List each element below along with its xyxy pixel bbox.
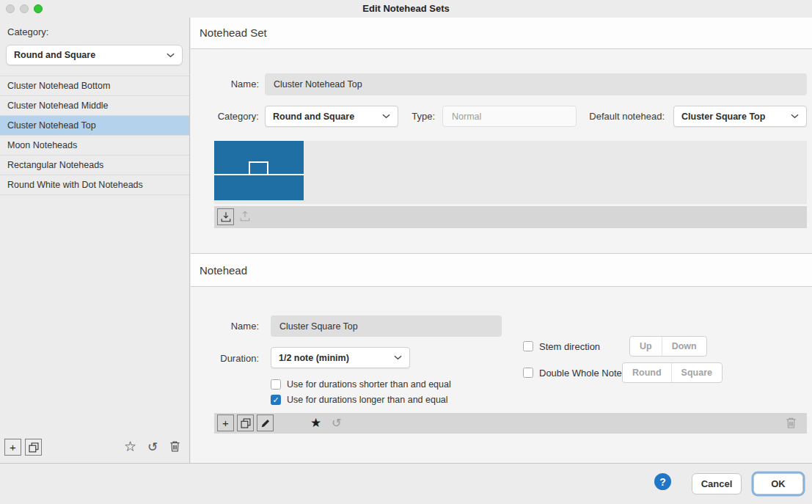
chevron-down-icon <box>394 355 402 360</box>
set-type-value: Normal <box>452 112 481 122</box>
duplicate-icon <box>29 442 39 453</box>
list-item-moon-noteheads[interactable]: Moon Noteheads <box>0 136 189 156</box>
close-button[interactable] <box>6 4 15 13</box>
use-longer-label: Use for durations longer than and equal <box>287 394 448 406</box>
star-outline-icon: ☆ <box>124 439 136 454</box>
cluster-square-shape <box>249 161 268 175</box>
question-mark-icon: ? <box>659 476 666 488</box>
double-whole-note-label: Double Whole Note <box>539 368 622 379</box>
double-whole-note-checkbox[interactable] <box>523 368 533 378</box>
reset-set-button[interactable]: ↺ <box>147 439 158 456</box>
dialog-footer: ? Cancel OK <box>0 463 812 504</box>
duration-dropdown[interactable]: 1/2 note (minim) <box>271 347 410 368</box>
set-type-field: Normal <box>442 106 577 127</box>
import-notehead-button[interactable] <box>217 208 234 225</box>
notehead-set-section-title: Notehead Set <box>191 18 812 48</box>
sidebar-category-dropdown[interactable]: Round and Square <box>6 45 183 65</box>
list-item-label: Round White with Dot Noteheads <box>7 180 143 190</box>
notehead-set-section-body: Name: Cluster Notehead Top Category: Rou… <box>191 49 812 253</box>
trash-icon <box>786 417 797 429</box>
notehead-section-title: Notehead <box>191 254 812 287</box>
help-button[interactable]: ? <box>654 473 671 490</box>
default-notehead-label: Default notehead: <box>579 111 665 123</box>
zoom-button[interactable] <box>34 4 43 13</box>
notehead-set-list: Cluster Notehead Bottom Cluster Notehead… <box>0 76 189 195</box>
reset-notehead-button[interactable]: ↺ <box>332 415 341 431</box>
duplicate-icon <box>241 418 251 428</box>
notehead-section-header: Notehead <box>191 253 812 287</box>
round-button[interactable]: Round <box>623 363 671 382</box>
default-notehead-dropdown[interactable]: Cluster Square Top <box>673 106 807 127</box>
notehead-toolbar: + ★ ↺ <box>214 413 807 434</box>
use-shorter-label: Use for durations shorter than and equal <box>287 379 451 390</box>
default-notehead-value: Cluster Square Top <box>681 112 791 122</box>
set-type-label: Type: <box>403 111 435 123</box>
delete-notehead-button[interactable] <box>786 417 797 432</box>
default-notehead-star-button[interactable]: ★ <box>310 414 321 432</box>
list-item-label: Cluster Notehead Bottom <box>7 81 110 91</box>
notehead-name-field[interactable]: Cluster Square Top <box>271 315 502 337</box>
pencil-icon <box>260 418 271 428</box>
duration-value: 1/2 note (minim) <box>279 353 394 363</box>
export-icon <box>239 211 251 222</box>
square-button[interactable]: Square <box>671 363 722 382</box>
chevron-down-icon <box>791 114 799 119</box>
reset-icon: ↺ <box>332 417 341 429</box>
use-shorter-checkbox[interactable] <box>271 379 281 390</box>
titlebar: Edit Notehead Sets <box>0 0 812 18</box>
notehead-section-body: Name: Cluster Square Top Duration: 1/2 n… <box>191 287 812 463</box>
stem-direction-label: Stem direction <box>539 341 600 353</box>
list-item-cluster-notehead-middle[interactable]: Cluster Notehead Middle <box>0 96 189 116</box>
cluster-square-top-glyph[interactable] <box>214 141 304 200</box>
stem-up-button[interactable]: Up <box>630 337 662 356</box>
plus-icon: + <box>222 417 229 428</box>
list-item-round-white-with-dot-noteheads[interactable]: Round White with Dot Noteheads <box>0 175 189 195</box>
set-category-dropdown[interactable]: Round and Square <box>265 106 398 127</box>
set-category-value: Round and Square <box>273 112 382 122</box>
minimize-button[interactable] <box>20 4 29 13</box>
sidebar-category-dropdown-value: Round and Square <box>14 50 167 60</box>
chevron-down-icon <box>167 53 175 58</box>
window-title: Edit Notehead Sets <box>0 0 812 18</box>
notehead-name-value: Cluster Square Top <box>279 321 358 332</box>
list-item-label: Cluster Notehead Top <box>7 120 96 131</box>
chevron-down-icon <box>382 114 390 119</box>
notehead-set-section-header: Notehead Set <box>191 18 812 49</box>
set-category-label: Category: <box>197 111 259 123</box>
set-name-label: Name: <box>206 78 259 90</box>
ok-button[interactable]: OK <box>753 473 803 494</box>
sidebar-category-label: Category: <box>7 26 48 37</box>
list-item-cluster-notehead-bottom[interactable]: Cluster Notehead Bottom <box>0 76 189 96</box>
list-item-cluster-notehead-top[interactable]: Cluster Notehead Top <box>0 116 189 136</box>
sidebar-toolbar: + ☆ ↺ <box>0 436 189 459</box>
trash-icon <box>169 440 180 453</box>
list-item-label: Rectangular Noteheads <box>7 160 103 170</box>
stem-direction-checkbox[interactable] <box>523 341 533 351</box>
sidebar: Category: Round and Square Cluster Noteh… <box>0 18 190 463</box>
add-notehead-button[interactable]: + <box>217 414 234 431</box>
use-longer-checkbox[interactable]: ✓ <box>271 395 281 405</box>
notehead-name-label: Name: <box>206 321 259 332</box>
duplicate-notehead-button[interactable] <box>237 414 254 431</box>
list-item-label: Moon Noteheads <box>7 140 77 150</box>
star-set-button[interactable]: ☆ <box>124 438 136 456</box>
list-item-rectangular-noteheads[interactable]: Rectangular Noteheads <box>0 156 189 175</box>
delete-set-button[interactable] <box>169 440 180 456</box>
notehead-preview-area <box>214 141 807 204</box>
notehead-set-toolbar <box>214 206 807 228</box>
cancel-button[interactable]: Cancel <box>692 473 742 494</box>
list-item-label: Cluster Notehead Middle <box>7 101 109 111</box>
duration-label: Duration: <box>199 353 259 365</box>
set-name-field[interactable]: Cluster Notehead Top <box>265 73 807 95</box>
star-filled-icon: ★ <box>310 416 321 430</box>
edit-notehead-sets-dialog: Edit Notehead Sets Category: Round and S… <box>0 0 812 504</box>
set-name-value: Cluster Notehead Top <box>274 79 362 90</box>
reset-icon: ↺ <box>147 440 158 454</box>
export-notehead-button[interactable] <box>239 211 251 225</box>
duplicate-set-button[interactable] <box>25 439 42 456</box>
import-icon <box>220 211 232 223</box>
add-set-button[interactable]: + <box>4 439 21 456</box>
stem-direction-segmented-control: Up Down <box>629 336 707 357</box>
edit-notehead-button[interactable] <box>257 414 274 431</box>
stem-down-button[interactable]: Down <box>662 337 706 356</box>
